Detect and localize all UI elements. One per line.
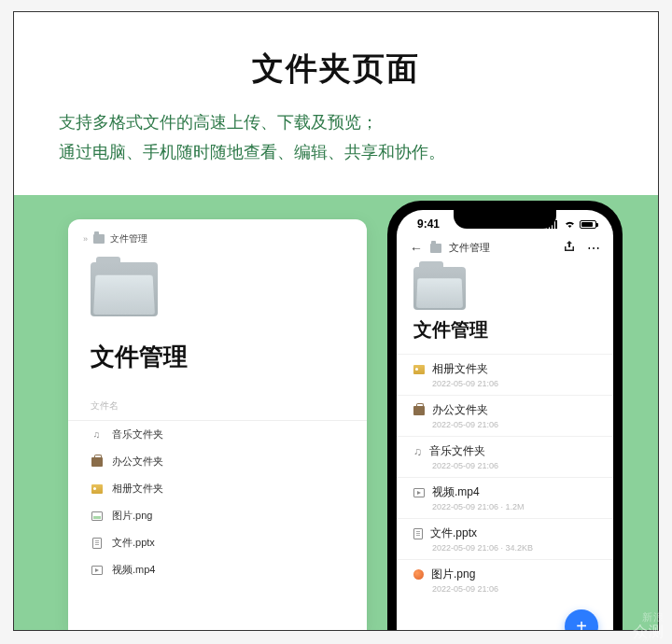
showcase-area: » 文件管理 文件管理 文件名 ♫ 音乐文件夹 办公文件夹 相册文件夹 bbox=[14, 195, 658, 630]
image-icon bbox=[413, 365, 425, 374]
file-name: 音乐文件夹 bbox=[112, 427, 163, 441]
subheading-line-1: 支持多格式文件的高速上传、下载及预览； bbox=[59, 107, 613, 137]
file-meta: 2022-05-09 21:06 bbox=[413, 459, 596, 470]
png-icon bbox=[91, 510, 103, 522]
briefcase-icon bbox=[413, 406, 425, 415]
list-item[interactable]: 文件.pptx 2022-05-09 21:06 · 34.2KB bbox=[397, 518, 613, 559]
file-name: 办公文件夹 bbox=[112, 455, 163, 469]
watermark-line-1: 新浪 bbox=[633, 612, 665, 623]
breadcrumb-sep-icon: » bbox=[83, 234, 88, 244]
list-item[interactable]: 视频.mp4 2022-05-09 21:06 · 1.2M bbox=[397, 477, 613, 518]
file-name: 视频.mp4 bbox=[112, 563, 155, 577]
file-meta: 2022-05-09 21:06 bbox=[413, 582, 596, 594]
back-button[interactable]: ← bbox=[410, 241, 423, 256]
desktop-window: » 文件管理 文件管理 文件名 ♫ 音乐文件夹 办公文件夹 相册文件夹 bbox=[68, 219, 367, 630]
page-subheading: 支持多格式文件的高速上传、下载及预览； 通过电脑、手机随时随地查看、编辑、共享和… bbox=[14, 91, 658, 185]
app-bar: ← 文件管理 ⋯ bbox=[397, 234, 613, 258]
file-name: 文件.pptx bbox=[430, 525, 477, 541]
breadcrumb[interactable]: » 文件管理 bbox=[68, 232, 367, 245]
phone-screen: 9:41 ← 文件管理 bbox=[397, 210, 613, 630]
file-name: 相册文件夹 bbox=[432, 361, 488, 377]
breadcrumb-label: 文件管理 bbox=[110, 232, 147, 245]
folder-hero-icon bbox=[91, 262, 158, 316]
file-meta: 2022-05-09 21:06 bbox=[413, 377, 596, 388]
share-button[interactable] bbox=[563, 240, 576, 256]
add-button[interactable]: + bbox=[565, 609, 598, 630]
file-row[interactable]: 文件.pptx bbox=[68, 529, 367, 556]
video-icon bbox=[413, 488, 425, 497]
watermark: 新浪 众测 bbox=[633, 612, 665, 642]
folder-icon bbox=[93, 234, 105, 244]
list-item[interactable]: 图片.png 2022-05-09 21:06 bbox=[397, 559, 613, 600]
document-icon bbox=[91, 537, 103, 549]
list-item[interactable]: ♫音乐文件夹 2022-05-09 21:06 bbox=[397, 436, 613, 477]
folder-icon bbox=[430, 244, 441, 253]
file-name: 图片.png bbox=[431, 567, 475, 582]
svg-rect-3 bbox=[555, 220, 557, 229]
phone-frame: 9:41 ← 文件管理 bbox=[387, 201, 623, 630]
image-icon bbox=[91, 483, 103, 495]
status-time: 9:41 bbox=[417, 217, 440, 231]
video-icon bbox=[91, 564, 103, 576]
list-item[interactable]: 办公文件夹 2022-05-09 21:06 bbox=[397, 395, 613, 436]
file-row[interactable]: ♫ 音乐文件夹 bbox=[68, 421, 367, 448]
file-name: 视频.mp4 bbox=[432, 484, 480, 500]
file-name: 文件.pptx bbox=[112, 536, 155, 550]
file-row[interactable]: 图片.png bbox=[68, 502, 367, 529]
phone-notch bbox=[454, 210, 556, 229]
phone-title: 文件管理 bbox=[397, 310, 613, 354]
briefcase-icon bbox=[91, 455, 103, 468]
folder-hero-icon bbox=[413, 267, 466, 310]
file-row[interactable]: 视频.mp4 bbox=[68, 556, 367, 583]
subheading-line-2: 通过电脑、手机随时随地查看、编辑、共享和协作。 bbox=[59, 137, 613, 167]
watermark-line-2: 众测 bbox=[633, 623, 665, 639]
file-meta: 2022-05-09 21:06 · 34.2KB bbox=[413, 541, 596, 553]
list-item[interactable]: 相册文件夹 2022-05-09 21:06 bbox=[397, 354, 613, 395]
app-bar-title: 文件管理 bbox=[449, 241, 490, 255]
battery-icon bbox=[580, 220, 596, 229]
file-name: 办公文件夹 bbox=[432, 402, 488, 418]
music-icon: ♫ bbox=[413, 445, 422, 458]
document-icon bbox=[413, 528, 423, 539]
wifi-icon bbox=[564, 219, 576, 229]
file-name: 相册文件夹 bbox=[112, 482, 163, 496]
desktop-title: 文件管理 bbox=[68, 316, 367, 392]
more-button[interactable]: ⋯ bbox=[587, 241, 600, 256]
file-row[interactable]: 办公文件夹 bbox=[68, 448, 367, 475]
circle-icon bbox=[413, 569, 424, 580]
file-meta: 2022-05-09 21:06 · 1.2M bbox=[413, 500, 596, 511]
file-name: 图片.png bbox=[112, 509, 152, 523]
column-header-filename[interactable]: 文件名 bbox=[68, 392, 367, 421]
file-meta: 2022-05-09 21:06 bbox=[413, 418, 596, 429]
page-heading: 文件夹页面 bbox=[14, 12, 658, 91]
music-icon: ♫ bbox=[91, 428, 103, 441]
file-row[interactable]: 相册文件夹 bbox=[68, 475, 367, 502]
file-name: 音乐文件夹 bbox=[429, 443, 485, 459]
